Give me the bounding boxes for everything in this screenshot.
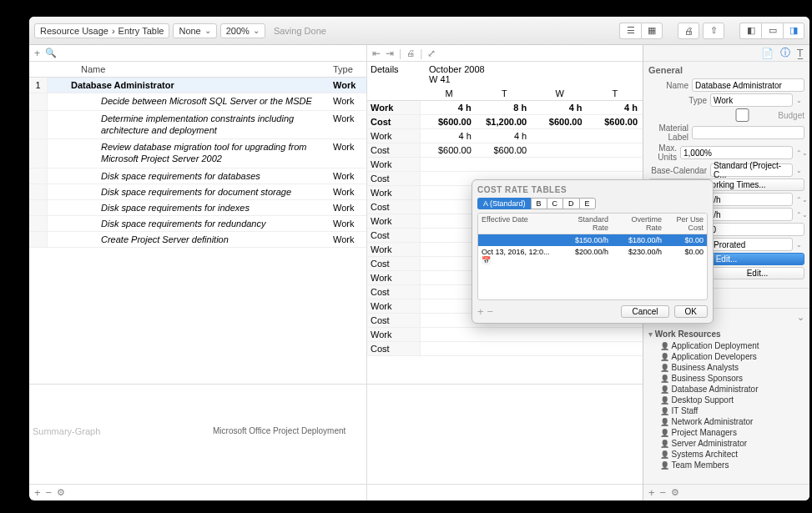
list-item[interactable]: Network Administrator bbox=[648, 416, 804, 427]
add-icon[interactable]: + bbox=[34, 48, 40, 59]
res-gear-icon[interactable]: ⚙ bbox=[671, 487, 679, 498]
accrue-select[interactable]: Prorated bbox=[710, 238, 793, 251]
table-row[interactable]: Disk space requirements for redundancyWo… bbox=[29, 216, 366, 232]
remove-rate-icon[interactable]: − bbox=[487, 305, 497, 318]
section-general: General bbox=[648, 65, 804, 75]
share-icon[interactable]: ⇧ bbox=[703, 23, 724, 39]
list-item[interactable]: IT Staff bbox=[648, 405, 804, 416]
table-row[interactable]: Create Project Server definitionWork bbox=[29, 232, 366, 248]
ok-button[interactable]: OK bbox=[674, 305, 708, 318]
table-row[interactable]: 1Database AdministratorWork bbox=[29, 78, 366, 93]
fwd-icon[interactable]: ⇥ bbox=[386, 48, 394, 59]
doc-icon[interactable]: 📄 bbox=[761, 48, 774, 59]
col-details[interactable]: Details bbox=[367, 62, 426, 87]
calendar-view-icon[interactable]: ▦ bbox=[641, 23, 663, 39]
popover-title: COST RATE TABLES bbox=[477, 185, 708, 194]
month-label: October 2008 bbox=[429, 64, 639, 74]
edit-button-2[interactable]: Edit... bbox=[710, 267, 804, 279]
search-icon[interactable]: 🔍 bbox=[45, 48, 57, 58]
bar-chart: $1,200.00$2,400.00$2,400.00$5,400.00$6,6… bbox=[367, 384, 643, 484]
maxunits-field[interactable] bbox=[680, 146, 793, 159]
table-row[interactable]: Review database migration tool for upgra… bbox=[29, 139, 366, 168]
list-item[interactable]: Business Sponsors bbox=[648, 373, 804, 384]
matlabel-field[interactable] bbox=[692, 126, 804, 139]
rate-table-tabs[interactable]: A (Standard)BCDE bbox=[477, 198, 708, 209]
add-row-icon[interactable]: + bbox=[34, 486, 41, 499]
crumb-view[interactable]: Resource Usage bbox=[40, 26, 108, 36]
zoom-select[interactable]: 200% bbox=[220, 23, 265, 38]
day-m: M bbox=[421, 87, 477, 100]
expand-icon[interactable]: ⤢ bbox=[427, 48, 436, 59]
type-select[interactable]: Work bbox=[710, 93, 793, 107]
table-row[interactable]: Determine implementation constraints inc… bbox=[29, 111, 366, 140]
basecal-select[interactable]: Standard (Project-C... bbox=[710, 163, 793, 177]
table-row[interactable]: Disk space requirements for indexesWork bbox=[29, 200, 366, 216]
list-item[interactable]: Team Members bbox=[648, 460, 804, 470]
rate-table[interactable]: Effective Date Standard Rate Overtime Ra… bbox=[477, 213, 708, 300]
print-mid-icon[interactable]: 🖨 bbox=[406, 48, 415, 58]
list-view-icon[interactable]: ☰ bbox=[619, 23, 641, 39]
add-res-icon[interactable]: + bbox=[648, 486, 655, 499]
left-strip: + 🔍 bbox=[29, 45, 366, 62]
panel-left-icon[interactable]: ◧ bbox=[739, 23, 761, 39]
toolbar: Resource Usage › Entry Table None 200% S… bbox=[29, 17, 809, 45]
remove-row-icon[interactable]: − bbox=[46, 486, 53, 499]
table-row[interactable]: Disk space requirements for document sto… bbox=[29, 184, 366, 200]
rate-tab[interactable]: E bbox=[579, 198, 596, 209]
task-list[interactable]: 1Database AdministratorWorkDecide betwee… bbox=[29, 78, 366, 384]
day-t2: T bbox=[588, 87, 643, 100]
list-item[interactable]: Systems Architect bbox=[648, 449, 804, 460]
chart-subtitle: Microsoft Office Project Deployment bbox=[213, 426, 345, 435]
list-item[interactable]: Server Administrator bbox=[648, 438, 804, 449]
budget-check[interactable] bbox=[710, 108, 774, 122]
rate-tab[interactable]: B bbox=[531, 198, 547, 209]
filter-select[interactable]: None bbox=[173, 23, 216, 38]
table-row[interactable]: Disk space requirements for databasesWor… bbox=[29, 168, 366, 184]
rate-tab[interactable]: D bbox=[562, 198, 579, 209]
panel-right-icon[interactable]: ◨ bbox=[783, 23, 804, 39]
cancel-button[interactable]: Cancel bbox=[621, 305, 668, 318]
name-field[interactable] bbox=[692, 78, 804, 92]
info-icon[interactable]: ⓘ bbox=[780, 46, 790, 60]
day-w: W bbox=[532, 87, 588, 100]
panel-bottom-icon[interactable]: ▭ bbox=[761, 23, 783, 39]
col-name[interactable]: Name bbox=[48, 62, 331, 77]
list-item[interactable]: Application Developers bbox=[648, 351, 804, 362]
resource-tree[interactable]: Work Resources Application DeploymentApp… bbox=[643, 326, 809, 484]
list-item[interactable]: Desktop Support bbox=[648, 395, 804, 405]
breadcrumb[interactable]: Resource Usage › Entry Table bbox=[34, 23, 169, 38]
back-icon[interactable]: ⇤ bbox=[372, 48, 381, 59]
crumb-table[interactable]: Entry Table bbox=[119, 26, 164, 36]
cost-rate-popover: COST RATE TABLES A (Standard)BCDE Effect… bbox=[472, 179, 714, 324]
add-rate-icon[interactable]: + bbox=[477, 305, 487, 318]
remove-res-icon[interactable]: − bbox=[660, 486, 667, 499]
summary-chart: Summary-Graph Microsoft Office Project D… bbox=[29, 384, 366, 484]
list-item[interactable]: Application Deployment bbox=[648, 340, 804, 351]
rate-row[interactable]: Oct 13, 2016, 12:0... 📅$200.00/h$230.00/… bbox=[478, 246, 707, 266]
chart-title: Summary-Graph bbox=[33, 426, 100, 436]
gear-icon[interactable]: ⚙ bbox=[57, 487, 65, 498]
group-work[interactable]: Work Resources bbox=[648, 329, 804, 339]
text-icon[interactable]: T̲ bbox=[797, 48, 803, 59]
rate-tab[interactable]: C bbox=[547, 198, 563, 209]
rate-tab[interactable]: A (Standard) bbox=[477, 198, 531, 209]
week-label: W 41 bbox=[429, 74, 639, 84]
col-type[interactable]: Type bbox=[331, 62, 366, 77]
print-icon[interactable]: 🖨 bbox=[678, 23, 699, 39]
day-t1: T bbox=[477, 87, 532, 100]
save-status: Saving Done bbox=[274, 26, 326, 36]
rate-row[interactable]: $150.00/h$180.00/h$0.00 bbox=[478, 234, 707, 246]
list-item[interactable]: Business Analysts bbox=[648, 362, 804, 373]
table-row[interactable]: Decide between Microsoft SQL Server or t… bbox=[29, 93, 366, 111]
list-item[interactable]: Project Managers bbox=[648, 427, 804, 438]
list-item[interactable]: Database Administrator bbox=[648, 384, 804, 395]
